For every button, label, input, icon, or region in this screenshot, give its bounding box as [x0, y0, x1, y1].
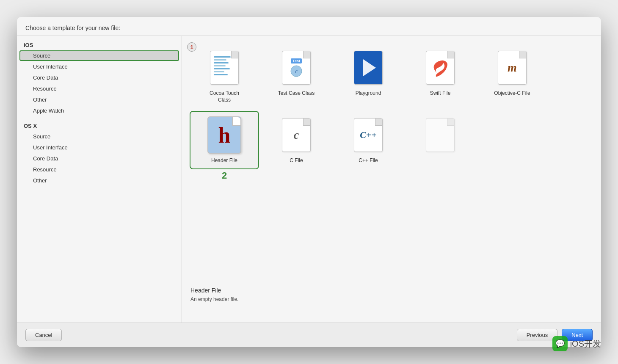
sidebar-item-ios-resource[interactable]: Resource: [19, 83, 179, 94]
c-file-icon: c: [279, 116, 313, 154]
template-cocoa-touch[interactable]: 1: [190, 44, 258, 108]
sidebar-item-osx-user-interface[interactable]: User Interface: [19, 142, 179, 153]
swift-file-icon: [423, 49, 457, 87]
main-content: 1: [182, 36, 601, 323]
sidebar-item-ios-apple-watch[interactable]: Apple Watch: [19, 105, 179, 116]
playground-icon: [351, 49, 385, 87]
badge-2: 2: [222, 170, 227, 181]
cancel-button[interactable]: Cancel: [25, 329, 62, 341]
sidebar-item-osx-resource[interactable]: Resource: [19, 164, 179, 175]
wechat-icon: 💬: [552, 336, 568, 351]
dialog-footer: Cancel Previous Next: [17, 323, 601, 347]
sidebar-item-ios-core-data[interactable]: Core Data: [19, 72, 179, 83]
cpp-file-label: C++ File: [359, 157, 378, 164]
svg-marker-2: [363, 59, 376, 76]
playground-label: Playground: [356, 90, 381, 97]
template-partial[interactable]: [406, 112, 474, 168]
template-playground[interactable]: Playground: [334, 44, 402, 108]
dialog-header-text: Choose a template for your new file:: [25, 25, 120, 31]
watermark-text: iOS开发: [570, 338, 601, 350]
dialog-header: Choose a template for your new file:: [17, 17, 601, 36]
c-file-label: C File: [290, 157, 303, 164]
dialog-body: iOS Source User Interface Core Data Reso…: [17, 36, 601, 323]
test-case-icon: Test c: [279, 49, 313, 87]
watermark: 💬 iOS开发: [552, 336, 601, 351]
header-file-label: Header File: [211, 157, 237, 164]
cocoa-touch-label: Cocoa TouchClass: [210, 90, 239, 103]
cpp-file-icon: C++: [351, 116, 385, 154]
badge-1: 1: [187, 42, 196, 52]
sidebar-item-ios-source[interactable]: Source: [19, 50, 179, 61]
template-cpp-file[interactable]: C++ C++ File: [334, 112, 402, 168]
sidebar-group-ios: iOS: [17, 39, 182, 50]
sidebar-item-osx-source[interactable]: Source: [19, 131, 179, 142]
sidebar-group-osx: OS X: [17, 120, 182, 131]
template-swift-file[interactable]: Swift File: [406, 44, 474, 108]
sidebar-item-ios-other[interactable]: Other: [19, 94, 179, 105]
sidebar-item-osx-core-data[interactable]: Core Data: [19, 153, 179, 164]
templates-grid: 1: [182, 36, 601, 280]
objc-file-icon: m: [495, 49, 529, 87]
template-objc-file[interactable]: m Objective-C File: [478, 44, 546, 108]
test-case-label: Test Case Class: [278, 90, 315, 97]
description-text: An empty header file.: [190, 296, 593, 302]
template-c-file[interactable]: c C File: [262, 112, 330, 168]
svg-text:c: c: [295, 68, 298, 74]
sidebar-item-ios-user-interface[interactable]: User Interface: [19, 61, 179, 72]
template-header-file[interactable]: h Header File 2: [190, 112, 258, 168]
partial-icon: [423, 116, 457, 154]
cocoa-touch-icon: [207, 49, 241, 87]
sidebar: iOS Source User Interface Core Data Reso…: [17, 36, 182, 323]
new-file-dialog: Choose a template for your new file: iOS…: [17, 17, 601, 347]
header-file-icon: h: [207, 116, 241, 154]
sidebar-item-osx-other[interactable]: Other: [19, 175, 179, 186]
description-title: Header File: [190, 287, 593, 294]
swift-file-label: Swift File: [430, 90, 451, 97]
previous-button[interactable]: Previous: [517, 329, 558, 341]
objc-file-label: Objective-C File: [494, 90, 530, 97]
template-test-case[interactable]: Test c Test Case Class: [262, 44, 330, 108]
description-panel: Header File An empty header file.: [182, 280, 601, 323]
